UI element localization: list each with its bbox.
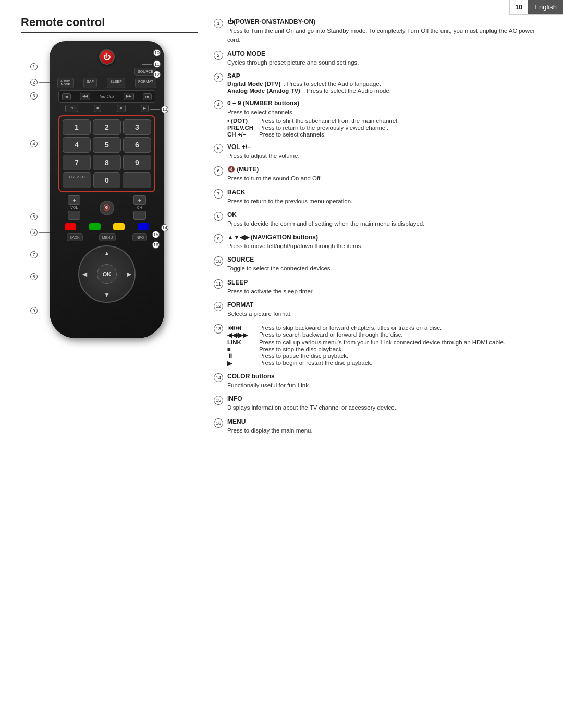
desc-num-12: 12 xyxy=(214,302,223,311)
pause-button[interactable]: ⏸ xyxy=(117,105,126,112)
desc-item-12: 12 FORMAT Selects a picture format. xyxy=(214,301,542,318)
desc-content-3: SAP Digital Mode (DTV) : Press to select… xyxy=(227,72,542,94)
mute-button[interactable]: 🔇 xyxy=(100,201,114,215)
callout-right-10: 10 xyxy=(142,49,161,56)
nav-right-arrow[interactable]: ▶ xyxy=(127,270,131,278)
transport-key-1: ◀◀/▶▶ xyxy=(227,331,256,339)
nav-down-arrow[interactable]: ▼ xyxy=(104,291,110,299)
desc-content-10: SOURCE Toggle to select the connected de… xyxy=(227,256,542,273)
red-button[interactable] xyxy=(65,223,76,230)
desc-transport-table: ⏮/⏭ Press to skip backward or forward ch… xyxy=(227,325,542,367)
ch-label: CH xyxy=(137,206,142,209)
ch-up-button[interactable]: + xyxy=(133,195,146,205)
desc-text-16: Press to display the main menu. xyxy=(227,426,542,435)
transport-row-2: LINK Press to call up various menu's fro… xyxy=(227,339,542,346)
desc-item-7: 7 BACK Press to return to the previous m… xyxy=(214,189,542,206)
desc-content-9: ▲▼◀▶ (NAVIGATION buttons) Press to move … xyxy=(227,233,542,251)
callout-circle-11: 11 xyxy=(153,60,161,68)
desc-content-2: AUTO MODE Cycles through preset picture … xyxy=(227,50,542,67)
desc-content-16: MENU Press to display the main menu. xyxy=(227,418,542,435)
vol-label: VOL xyxy=(70,206,78,209)
callout-line-16 xyxy=(141,245,151,245)
num-4[interactable]: 4 xyxy=(63,137,91,153)
prev-track-button[interactable]: ⏮ xyxy=(62,93,71,100)
desc-subtable-val-4-1: Press to return to the previously viewed… xyxy=(259,125,388,131)
nav-left-arrow[interactable]: ◀ xyxy=(82,270,87,278)
num-9[interactable]: 9 xyxy=(123,155,151,170)
desc-text-9: Press to move left/right/up/down through… xyxy=(227,242,542,251)
transport-val-5: Press to begin or restart the disc playb… xyxy=(259,360,372,367)
fastfwd-button[interactable]: ▶▶ xyxy=(124,93,134,100)
callout-line-14 xyxy=(150,228,160,228)
desc-item-8: 8 OK Press to decide the command of sett… xyxy=(214,211,542,228)
desc-text-14: Functionally useful for fun-Link. xyxy=(227,381,542,390)
prevch-button[interactable]: PREV.CH xyxy=(63,172,91,188)
callout-circle-1: 1 xyxy=(30,63,38,70)
num-0[interactable]: 0 xyxy=(93,172,120,188)
num-2[interactable]: 2 xyxy=(93,119,121,135)
transport-key-0: ⏮/⏭ xyxy=(227,325,256,331)
rewind-button[interactable]: ◀◀ xyxy=(80,93,90,100)
transport-val-4: Press to pause the disc playback. xyxy=(259,353,348,359)
desc-title-5: VOL +/– xyxy=(227,143,542,151)
callout-circle-15: 15 xyxy=(152,231,160,238)
link-button[interactable]: LINK xyxy=(65,105,79,112)
callout-circle-9: 9 xyxy=(30,307,38,314)
ok-button[interactable]: OK xyxy=(97,264,117,284)
desc-title-1: ⏻(POWER-ON/STANDBY-ON) xyxy=(227,18,542,26)
play-row: LINK ■ ⏸ ▶ 13 xyxy=(57,105,156,112)
num-5[interactable]: 5 xyxy=(93,137,121,153)
transport-key-3: ■ xyxy=(227,346,256,352)
audio-button[interactable]: AUDIOMODE xyxy=(57,78,74,88)
power-button[interactable]: ⏻ xyxy=(99,49,115,65)
callout-circle-3: 3 xyxy=(30,92,38,100)
sleep-button[interactable]: SLEEP xyxy=(107,78,125,88)
green-button[interactable] xyxy=(89,223,101,230)
next-track-button[interactable]: ⏭ xyxy=(143,93,152,100)
sap-button[interactable]: SAP xyxy=(83,78,97,88)
format-button[interactable]: FORMAT xyxy=(135,78,156,88)
back-button[interactable]: BACK xyxy=(67,233,83,241)
desc-subtable-key-4-0: • (DOT) xyxy=(227,118,256,124)
desc-title-6: 🔇 (MUTE) xyxy=(227,166,542,173)
desc-item-4: 4 0 – 9 (NUMBER buttons) Press to select… xyxy=(214,100,542,138)
desc-text-12: Selects a picture format. xyxy=(227,310,542,318)
desc-content-1: ⏻(POWER-ON/STANDBY-ON) Press to Turn the… xyxy=(227,18,542,45)
callout-circle-14: 14 xyxy=(161,224,168,231)
remote-illustration: 1 2 3 4 xyxy=(21,41,177,338)
callout-circle-2: 2 xyxy=(30,79,38,86)
desc-num-9: 9 xyxy=(214,234,223,243)
vol-up-button[interactable]: + xyxy=(68,195,80,205)
ch-down-button[interactable]: – xyxy=(133,211,146,220)
num-6[interactable]: 6 xyxy=(123,137,151,153)
desc-text-15: Displays information about the TV channe… xyxy=(227,403,542,412)
stop-button[interactable]: ■ xyxy=(94,105,101,112)
menu-button[interactable]: MENU xyxy=(99,233,116,241)
num-7[interactable]: 7 xyxy=(63,155,91,170)
num-3[interactable]: 3 xyxy=(123,119,151,135)
desc-table-key-3-0: Digital Mode (DTV) xyxy=(227,81,280,87)
callout-right-14: 14 xyxy=(150,224,168,231)
callout-circle-10: 10 xyxy=(153,49,161,56)
desc-title-12: FORMAT xyxy=(227,301,542,309)
desc-text-5: Press to adjust the volume. xyxy=(227,152,542,161)
desc-num-1: 1 xyxy=(214,19,223,28)
play-button[interactable]: ▶ xyxy=(141,105,149,112)
num-1[interactable]: 1 xyxy=(63,119,91,135)
nav-up-arrow[interactable]: ▲ xyxy=(104,250,110,257)
blue-button[interactable] xyxy=(138,223,149,230)
desc-table-key-3-1: Analog Mode (Analog TV) xyxy=(227,88,300,94)
bmi-row: BACK MENU INFO 15 16 xyxy=(58,233,155,241)
desc-table-row-3-0: Digital Mode (DTV) : Press to select the… xyxy=(227,81,542,87)
dot-button[interactable]: · xyxy=(123,172,151,188)
desc-subtable-row-4-0: • (DOT) Press to shift the subchannel fr… xyxy=(227,118,542,124)
transport-row-0: ⏮/⏭ Press to skip backward or forward ch… xyxy=(227,325,542,331)
yellow-button[interactable] xyxy=(113,223,125,230)
num-8[interactable]: 8 xyxy=(93,155,121,170)
vol-down-button[interactable]: – xyxy=(68,211,80,220)
desc-subtable-4: • (DOT) Press to shift the subchannel fr… xyxy=(227,118,542,138)
callout-line-13 xyxy=(150,109,160,110)
desc-subtable-row-4-2: CH +/– Press to select channels. xyxy=(227,131,542,138)
desc-item-5: 5 VOL +/– Press to adjust the volume. xyxy=(214,143,542,161)
main-content: Remote control 1 2 3 xyxy=(0,0,563,461)
